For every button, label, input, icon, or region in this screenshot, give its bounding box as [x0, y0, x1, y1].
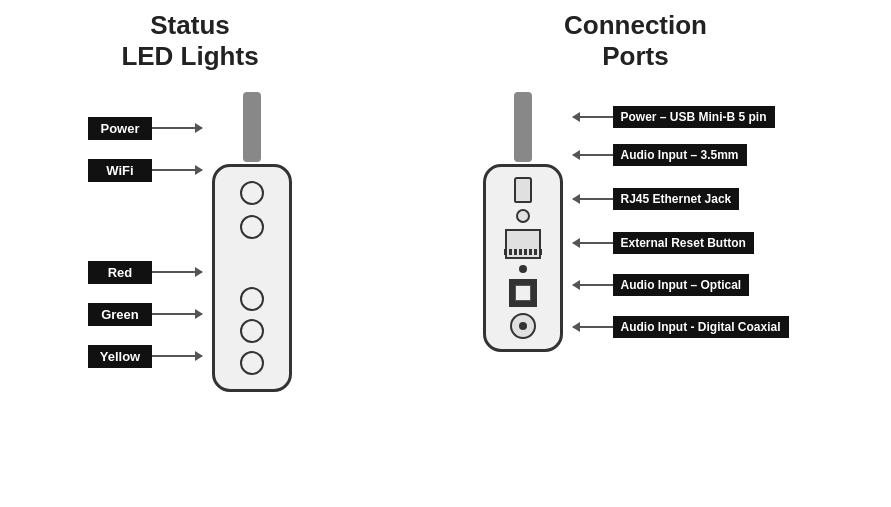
rj45-pin — [509, 249, 512, 255]
rj45-pin — [504, 249, 507, 255]
yellow-arrow — [152, 355, 202, 357]
left-device-body — [212, 164, 292, 392]
right-label-coax: Audio Input - Digital Coaxial — [573, 308, 789, 346]
rj45-label: RJ45 Ethernet Jack — [613, 188, 740, 210]
rj45-arrow — [573, 198, 613, 200]
reset-arrow — [573, 242, 613, 244]
wifi-arrow — [152, 169, 202, 171]
port-optical-inner — [515, 285, 531, 301]
diagram: Status LED Lights Power WiFi — [0, 0, 891, 507]
optical-label: Audio Input – Optical — [613, 274, 750, 296]
power-label: Power — [88, 117, 152, 140]
right-label-optical: Audio Input – Optical — [573, 262, 789, 308]
rj45-pin — [524, 249, 527, 255]
green-label: Green — [88, 303, 152, 326]
right-diagram: Power – USB Mini-B 5 pin Audio Input – 3… — [483, 92, 789, 352]
wifi-label: WiFi — [88, 159, 152, 182]
port-35mm — [516, 209, 530, 223]
red-label: Red — [88, 261, 152, 284]
usb-arrow — [573, 116, 613, 118]
power-arrow — [152, 127, 202, 129]
rj45-pin — [529, 249, 532, 255]
label-row-red: Red — [88, 251, 202, 293]
wifi-led — [240, 215, 264, 239]
red-led — [240, 287, 264, 311]
label-row-green: Green — [88, 293, 202, 335]
coax-label: Audio Input - Digital Coaxial — [613, 316, 789, 338]
green-led — [240, 319, 264, 343]
yellow-led — [240, 351, 264, 375]
right-title: Connection Ports — [564, 10, 707, 72]
port-rj45 — [505, 229, 541, 259]
yellow-label: Yellow — [88, 345, 152, 368]
port-reset — [519, 265, 527, 273]
usb-label: Power – USB Mini-B 5 pin — [613, 106, 775, 128]
optical-arrow — [573, 284, 613, 286]
35mm-label: Audio Input – 3.5mm — [613, 144, 747, 166]
coax-arrow — [573, 326, 613, 328]
right-label-reset: External Reset Button — [573, 224, 789, 262]
rj45-pin — [514, 249, 517, 255]
label-row-yellow: Yellow — [88, 335, 202, 377]
right-label-35mm: Audio Input – 3.5mm — [573, 136, 789, 174]
reset-label: External Reset Button — [613, 232, 754, 254]
right-label-usb: Power – USB Mini-B 5 pin — [573, 98, 789, 136]
right-device-body — [483, 164, 563, 352]
right-label-rj45: RJ45 Ethernet Jack — [573, 174, 789, 224]
left-section: Status LED Lights Power WiFi — [0, 10, 380, 392]
rj45-pin — [534, 249, 537, 255]
led-group — [240, 287, 264, 375]
label-row-power: Power — [88, 107, 202, 149]
port-coax-inner — [519, 322, 527, 330]
right-antenna — [514, 92, 532, 162]
spacer — [88, 191, 202, 251]
port-usb — [514, 177, 532, 203]
right-device-container — [483, 164, 563, 352]
rj45-pin — [539, 249, 542, 255]
35mm-arrow — [573, 154, 613, 156]
right-labels: Power – USB Mini-B 5 pin Audio Input – 3… — [573, 98, 789, 346]
left-device-container — [212, 164, 292, 392]
right-section: Connection Ports — [380, 10, 891, 352]
left-title: Status LED Lights — [121, 10, 258, 72]
red-arrow — [152, 271, 202, 273]
left-antenna — [243, 92, 261, 162]
left-labels: Power WiFi Red Green — [88, 107, 202, 377]
port-coax — [510, 313, 536, 339]
rj45-pins — [504, 249, 542, 255]
green-arrow — [152, 313, 202, 315]
power-led — [240, 181, 264, 205]
rj45-pin — [519, 249, 522, 255]
left-diagram: Power WiFi Red Green — [88, 92, 292, 392]
port-optical — [509, 279, 537, 307]
label-row-wifi: WiFi — [88, 149, 202, 191]
